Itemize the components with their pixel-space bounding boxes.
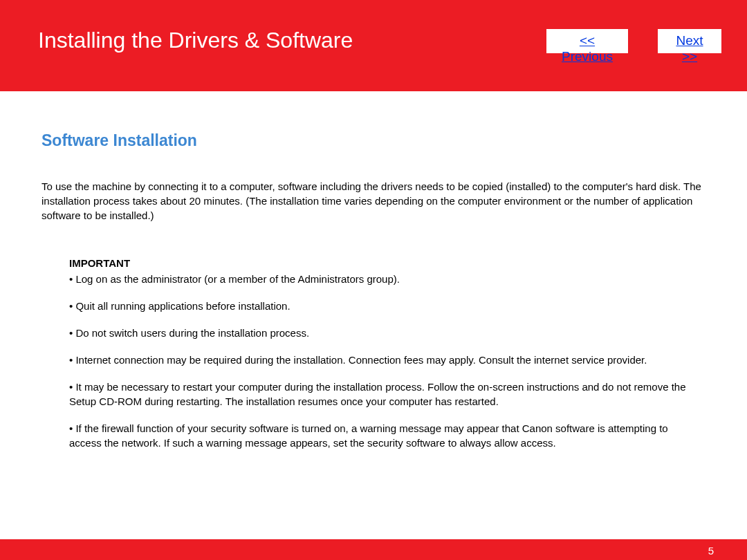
important-block: IMPORTANT • Log on as the administrator … xyxy=(42,257,706,450)
page-title: Installing the Drivers & Software xyxy=(38,28,353,53)
list-item: • If the firewall function of your secur… xyxy=(69,421,692,450)
page-number: 5 xyxy=(708,545,714,557)
previous-button[interactable]: << Previous xyxy=(546,29,628,53)
list-item: • Do not switch users during the install… xyxy=(69,326,692,340)
bullet-list: • Log on as the administrator (or a memb… xyxy=(69,272,692,450)
next-button[interactable]: Next >> xyxy=(658,29,721,53)
header-band: Installing the Drivers & Software << Pre… xyxy=(0,0,747,91)
footer-band: 5 xyxy=(0,539,747,560)
list-item: • Log on as the administrator (or a memb… xyxy=(69,272,692,286)
list-item: • It may be necessary to restart your co… xyxy=(69,380,692,409)
important-label: IMPORTANT xyxy=(69,257,692,269)
list-item: • Quit all running applications before i… xyxy=(69,299,692,313)
list-item: • Internet connection may be required du… xyxy=(69,353,692,367)
content-area: Software Installation To use the machine… xyxy=(0,91,747,450)
section-heading: Software Installation xyxy=(42,131,706,150)
intro-paragraph: To use the machine by connecting it to a… xyxy=(42,179,706,223)
